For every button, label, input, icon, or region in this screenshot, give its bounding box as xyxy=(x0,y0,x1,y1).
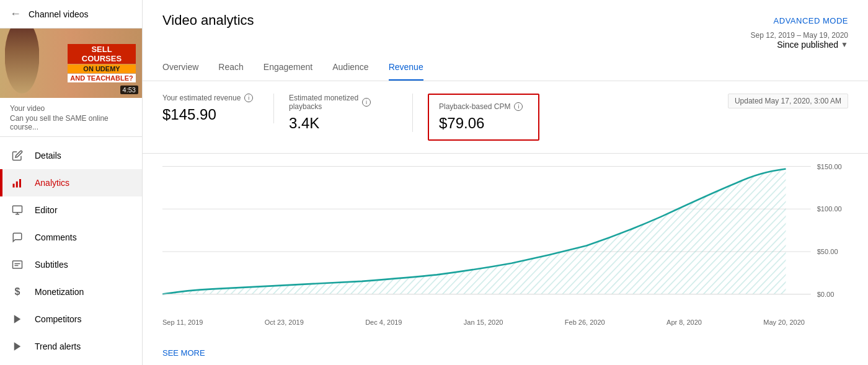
date-range-dropdown[interactable]: Since published ▼ xyxy=(162,40,848,50)
date-range-section: Sep 12, 2019 – May 19, 2020 Since publis… xyxy=(143,31,868,50)
svg-marker-8 xyxy=(14,342,21,351)
metric-header-revenue: Your estimated revenue i xyxy=(162,94,259,102)
comments-icon xyxy=(10,230,25,245)
sidebar-item-details[interactable]: Details xyxy=(0,142,142,169)
channel-videos-label: Channel videos xyxy=(29,9,89,19)
sidebar-item-label-details: Details xyxy=(35,151,61,161)
sidebar-header: ← Channel videos xyxy=(0,0,142,29)
main-header: Video analytics ADVANCED MODE xyxy=(143,0,868,29)
info-icon-playbacks[interactable]: i xyxy=(362,98,371,107)
svg-text:$100.00: $100.00 xyxy=(817,205,842,213)
chevron-down-icon: ▼ xyxy=(841,40,848,49)
metric-header-cpm: Playback-based CPM i xyxy=(439,102,528,111)
metric-label-cpm: Playback-based CPM xyxy=(439,102,510,111)
x-label-1: Sep 11, 2019 xyxy=(162,319,203,326)
sidebar-item-trend-alerts[interactable]: Trend alerts xyxy=(0,333,142,360)
x-label-3: Dec 4, 2019 xyxy=(365,319,402,326)
x-label-4: Jan 15, 2020 xyxy=(464,319,503,326)
analytics-icon xyxy=(10,175,25,190)
sidebar-item-comments[interactable]: Comments xyxy=(0,224,142,251)
svg-rect-3 xyxy=(13,206,22,213)
x-label-7: May 20, 2020 xyxy=(763,319,805,326)
your-video-section: Your video Can you sell the SAME online … xyxy=(0,98,142,137)
see-more-button[interactable]: SEE MORE xyxy=(143,341,868,365)
sidebar-item-monetization[interactable]: $ Monetization xyxy=(0,278,142,306)
sidebar-item-label-analytics: Analytics xyxy=(35,178,69,188)
tab-audience[interactable]: Audience xyxy=(332,55,368,81)
svg-marker-7 xyxy=(14,315,21,323)
tab-engagement[interactable]: Engagement xyxy=(264,55,312,81)
metric-label-revenue: Your estimated revenue xyxy=(162,94,241,102)
back-button[interactable]: ← xyxy=(10,7,21,20)
metric-header-playbacks: Estimated monetizedplaybacks i xyxy=(289,94,397,111)
page-title: Video analytics xyxy=(162,12,254,29)
updated-badge: Updated May 17, 2020, 3:00 AM xyxy=(728,94,848,108)
your-video-title: Your video xyxy=(10,104,132,113)
x-label-6: Apr 8, 2020 xyxy=(666,319,702,326)
tab-revenue[interactable]: Revenue xyxy=(389,55,423,81)
competitors-icon xyxy=(10,312,25,327)
x-label-5: Feb 26, 2020 xyxy=(565,319,605,326)
x-label-2: Oct 23, 2019 xyxy=(265,319,304,326)
tabs: Overview Reach Engagement Audience Reven… xyxy=(143,55,868,81)
thumbnail-duration: 4:53 xyxy=(120,86,138,94)
subtitles-icon xyxy=(10,257,25,272)
main-content: Video analytics ADVANCED MODE Sep 12, 20… xyxy=(143,0,868,365)
info-icon-revenue[interactable]: i xyxy=(244,94,253,102)
editor-icon xyxy=(10,203,25,218)
details-icon xyxy=(10,148,25,163)
svg-rect-2 xyxy=(19,179,21,188)
date-range-text: Sep 12, 2019 – May 19, 2020 xyxy=(162,31,848,40)
revenue-chart: $150.00 $100.00 $50.00 $0.00 xyxy=(162,160,848,315)
advanced-mode-button[interactable]: ADVANCED MODE xyxy=(774,16,848,25)
sidebar-item-label-comments: Comments xyxy=(35,232,77,242)
sidebar-item-competitors[interactable]: Competitors xyxy=(0,306,142,333)
sidebar-item-label-subtitles: Subtitles xyxy=(35,260,68,270)
sidebar-item-label-monetization: Monetization xyxy=(35,287,84,297)
your-video-desc: Can you sell the SAME online course... xyxy=(10,114,132,131)
metric-monetized-playbacks: Estimated monetizedplaybacks i 3.4K xyxy=(289,94,413,132)
metric-value-cpm: $79.06 xyxy=(439,115,528,132)
sidebar-item-label-editor: Editor xyxy=(35,205,58,215)
tab-reach[interactable]: Reach xyxy=(218,55,243,81)
info-icon-cpm[interactable]: i xyxy=(514,102,523,111)
sidebar-item-editor[interactable]: Editor xyxy=(0,196,142,224)
metric-value-playbacks: 3.4K xyxy=(289,115,397,132)
chart-area: $150.00 $100.00 $50.00 $0.00 Sep 11, 201… xyxy=(143,154,868,341)
metric-estimated-revenue: Your estimated revenue i $145.90 xyxy=(162,94,274,123)
svg-text:$0.00: $0.00 xyxy=(817,291,835,298)
monetization-icon: $ xyxy=(10,284,25,299)
updated-section: Updated May 17, 2020, 3:00 AM xyxy=(554,94,848,108)
thumbnail-text3: AND TEACHABLE? xyxy=(68,74,136,82)
tab-overview[interactable]: Overview xyxy=(162,55,198,81)
chart-x-labels: Sep 11, 2019 Oct 23, 2019 Dec 4, 2019 Ja… xyxy=(162,315,848,326)
trend-alerts-icon xyxy=(10,339,25,354)
nav-items: Details Analytics Editor Comments xyxy=(0,137,142,365)
video-thumbnail[interactable]: SELL COURSES ON UDEMY AND TEACHABLE? 4:5… xyxy=(0,29,142,98)
svg-rect-4 xyxy=(13,261,22,268)
sidebar-item-subtitles[interactable]: Subtitles xyxy=(0,251,142,278)
svg-rect-1 xyxy=(16,182,18,188)
metric-playback-cpm: Playback-based CPM i $79.06 xyxy=(428,94,539,141)
sidebar-item-label-competitors: Competitors xyxy=(35,314,81,324)
thumbnail-text2: ON UDEMY xyxy=(68,64,136,73)
chart-container: $150.00 $100.00 $50.00 $0.00 xyxy=(162,160,848,315)
thumbnail-text1: SELL COURSES xyxy=(68,44,136,64)
sidebar-item-analytics[interactable]: Analytics xyxy=(0,169,142,196)
metric-label-playbacks: Estimated monetizedplaybacks xyxy=(289,94,358,111)
metric-value-revenue: $145.90 xyxy=(162,106,259,123)
metrics-row: Your estimated revenue i $145.90 Estimat… xyxy=(143,81,868,154)
svg-text:$50.00: $50.00 xyxy=(817,248,838,255)
sidebar-item-label-trend-alerts: Trend alerts xyxy=(35,341,81,351)
sidebar: ← Channel videos SELL COURSES ON UDEMY A… xyxy=(0,0,143,365)
svg-rect-0 xyxy=(13,184,15,188)
date-range-label: Since published xyxy=(777,40,838,50)
svg-text:$150.00: $150.00 xyxy=(817,162,842,170)
